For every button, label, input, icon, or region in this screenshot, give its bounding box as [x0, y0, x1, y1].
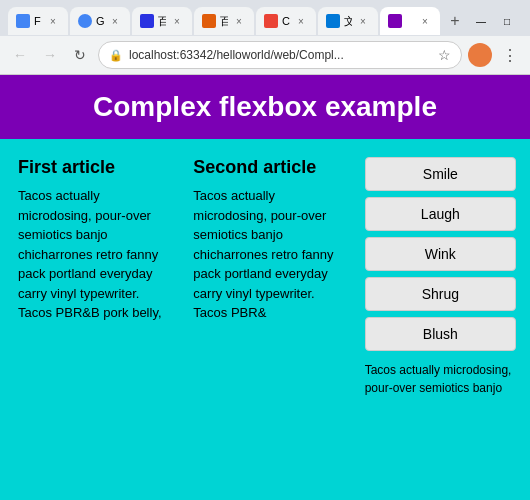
tab-wen[interactable]: 文 × [318, 7, 378, 35]
fourth-col-body: Tacos actually microdosing, pour-over se… [365, 361, 516, 397]
tab-label-baidu2: 百 [220, 14, 228, 29]
tab-baidu1[interactable]: 百度 × [132, 7, 192, 35]
address-box[interactable]: 🔒 localhost:63342/helloworld/web/Compl..… [98, 41, 462, 69]
tab-close-wen[interactable]: × [356, 14, 370, 28]
tab-close-google[interactable]: × [108, 14, 122, 28]
tab-icon-flex [16, 14, 30, 28]
tab-close-baidu1[interactable]: × [170, 14, 184, 28]
shrug-button[interactable]: Shrug [365, 277, 516, 311]
tab-icon-active [388, 14, 402, 28]
tab-bar: Flex × Goo × 百度 × 百 × C × 文 × [0, 0, 530, 36]
articles-container: First article Tacos actually microdosing… [0, 139, 530, 497]
tab-icon-wen [326, 14, 340, 28]
tab-label-wen: 文 [344, 14, 352, 29]
bookmark-icon[interactable]: ☆ [438, 47, 451, 63]
profile-button[interactable] [468, 43, 492, 67]
smile-button[interactable]: Smile [365, 157, 516, 191]
address-bar-row: ← → ↻ 🔒 localhost:63342/helloworld/web/C… [0, 36, 530, 74]
wink-button[interactable]: Wink [365, 237, 516, 271]
window-controls: — □ × [470, 10, 530, 32]
buttons-column: Smile Laugh Wink Shrug Blush Tacos actua… [361, 149, 520, 487]
tab-close-active[interactable]: × [418, 14, 432, 28]
page-title: Complex flexbox example [20, 91, 510, 123]
page-content: Complex flexbox example First article Ta… [0, 75, 530, 500]
tab-flex[interactable]: Flex × [8, 7, 68, 35]
back-button[interactable]: ← [8, 43, 32, 67]
menu-button[interactable]: ⋮ [498, 46, 522, 65]
second-article: Second article Tacos actually microdosin… [185, 149, 352, 487]
blush-button[interactable]: Blush [365, 317, 516, 351]
tab-close-baidu2[interactable]: × [232, 14, 246, 28]
tab-close-c[interactable]: × [294, 14, 308, 28]
minimize-button[interactable]: — [470, 10, 492, 32]
second-article-body: Tacos actually microdosing, pour-over se… [193, 186, 344, 323]
first-article-title: First article [18, 157, 169, 178]
browser-chrome: Flex × Goo × 百度 × 百 × C × 文 × [0, 0, 530, 75]
new-tab-button[interactable]: + [442, 8, 468, 34]
tab-baidu2[interactable]: 百 × [194, 7, 254, 35]
tab-icon-google [78, 14, 92, 28]
tab-active[interactable]: × [380, 7, 440, 35]
tab-c[interactable]: C × [256, 7, 316, 35]
close-button[interactable]: × [522, 10, 530, 32]
laugh-button[interactable]: Laugh [365, 197, 516, 231]
tab-icon-baidu1 [140, 14, 154, 28]
tab-label-google: Goo [96, 15, 104, 27]
second-article-title: Second article [193, 157, 344, 178]
tab-icon-baidu2 [202, 14, 216, 28]
first-article: First article Tacos actually microdosing… [10, 149, 177, 487]
tab-google[interactable]: Goo × [70, 7, 130, 35]
tab-label-flex: Flex [34, 15, 42, 27]
tab-icon-c [264, 14, 278, 28]
lock-icon: 🔒 [109, 49, 123, 62]
refresh-button[interactable]: ↻ [68, 43, 92, 67]
page-header: Complex flexbox example [0, 75, 530, 139]
tab-label-baidu1: 百度 [158, 14, 166, 29]
forward-button[interactable]: → [38, 43, 62, 67]
tab-close-flex[interactable]: × [46, 14, 60, 28]
address-text: localhost:63342/helloworld/web/Compl... [129, 48, 432, 62]
maximize-button[interactable]: □ [496, 10, 518, 32]
first-article-body: Tacos actually microdosing, pour-over se… [18, 186, 169, 323]
tab-label-c: C [282, 15, 290, 27]
